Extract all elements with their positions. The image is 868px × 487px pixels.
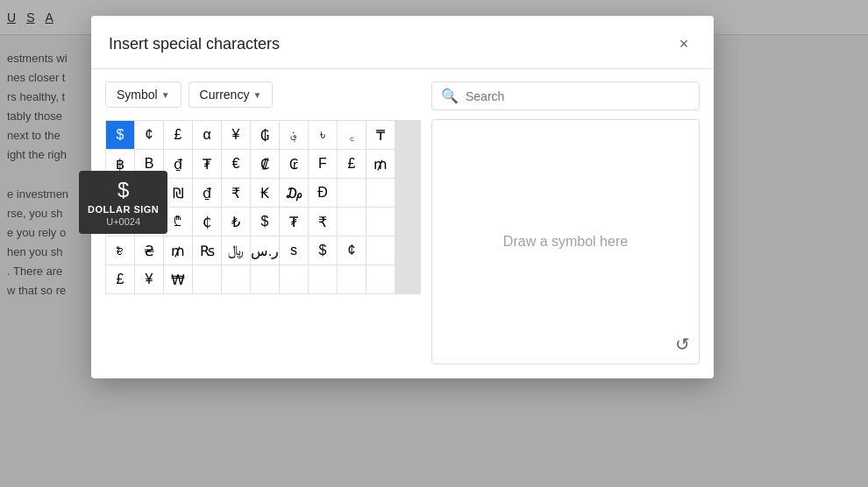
symbol-cell-dong3[interactable]: Đ [309,179,337,207]
symbol-cell-rupee3[interactable]: ₨ [193,236,221,265]
dropdowns-row: Symbol ▼ Currency ▼ [105,81,421,108]
symbol-cell-pound2[interactable]: £ [338,150,366,178]
symbol-cell-empty12[interactable] [366,265,395,293]
symbol-cell-baht[interactable]: ฿ [106,150,134,178]
currency-dropdown-arrow: ▼ [253,90,261,100]
search-input[interactable] [466,89,690,103]
symbol-cell-empty10[interactable] [309,265,337,293]
symbol-cell-inr[interactable]: ₹ [222,179,250,207]
dialog-header: Insert special characters × [91,16,714,69]
symbol-cell-dong[interactable]: ₫ [164,150,192,178]
symbol-cell-dong2[interactable]: ₫ [193,179,221,207]
symbol-cell-shekel[interactable]: ₪ [164,179,192,207]
close-button[interactable]: × [672,32,696,56]
symbol-cell-cruzeiro[interactable]: ₢ [280,150,308,178]
dialog-body: Symbol ▼ Currency ▼ $ ¢ £ α ¥ ₲ ؋ ৳ ꜀ [91,69,714,378]
symbol-cell-lari[interactable]: ₾ [164,208,192,236]
symbol-cell-empty6[interactable] [193,265,221,293]
symbol-cell-s[interactable]: s [280,236,308,265]
symbol-cell-kip[interactable]: ₭ [251,179,279,207]
symbol-cell-empty11[interactable] [338,265,366,293]
symbol-cell-yen[interactable]: ¥ [222,121,250,149]
symbol-cell-rupee[interactable]: Rs [106,179,134,207]
symbol-cell-empty5[interactable] [366,236,395,265]
symbol-dropdown[interactable]: Symbol ▼ [105,81,181,108]
left-panel: Symbol ▼ Currency ▼ $ ¢ £ α ¥ ₲ ؋ ৳ ꜀ [105,81,421,364]
symbol-cell-empty7[interactable] [222,265,250,293]
draw-area[interactable]: Draw a symbol here ↺ [431,119,700,364]
symbol-cell-drachma[interactable]: ₯ [280,179,308,207]
symbol-cell-empty4[interactable] [366,208,395,236]
dialog-title: Insert special characters [109,35,280,53]
symbol-cell-riyal[interactable]: ر.س [251,236,279,265]
symbol-cell-guarani[interactable]: ₲ [251,121,279,149]
symbol-cell-austral[interactable]: ₳ [135,208,163,236]
search-box: 🔍 [431,81,700,110]
symbol-cell-c1[interactable]: ꜀ [338,121,366,149]
symbol-cell-empty1[interactable] [338,179,366,207]
symbol-cell-dollar[interactable]: $ [106,121,134,149]
symbol-cell-won[interactable]: ₩ [135,179,163,207]
draw-placeholder: Draw a symbol here [503,234,628,250]
symbol-cell-empty3[interactable] [338,208,366,236]
symbol-cell-rial[interactable]: ﷼ [222,236,250,265]
currency-dropdown[interactable]: Currency ▼ [189,81,274,108]
symbol-cell-pound[interactable]: £ [164,121,192,149]
symbol-cell-taka[interactable]: ৳ [309,121,337,149]
symbol-cell-cent2[interactable]: ¢ [338,236,366,265]
symbol-cell-pound3[interactable]: £ [106,265,134,293]
symbol-dropdown-label: Symbol [117,88,158,102]
symbol-cell-empty9[interactable] [280,265,308,293]
symbol-cell-b[interactable]: B [135,150,163,178]
symbol-cell-dollar3[interactable]: $ [251,208,279,236]
symbol-dropdown-arrow: ▼ [161,90,170,100]
symbol-cell-mill2[interactable]: ₥ [164,236,192,265]
symbol-cell-empty8[interactable] [251,265,279,293]
symbol-cell-dollar4[interactable]: $ [309,236,337,265]
symbol-cell-cent[interactable]: ¢ [135,121,163,149]
symbol-cell-afghani[interactable]: ؋ [280,121,308,149]
symbol-cell-euro[interactable]: € [222,150,250,178]
symbol-grid: $ ¢ £ α ¥ ₲ ؋ ৳ ꜀ ₸ ฿ B ₫ ₮ € ₡ ₢ F £ ₥ [105,120,421,294]
insert-special-characters-dialog: Insert special characters × Symbol ▼ Cur… [91,16,714,378]
symbol-cell-won2[interactable]: ₩ [164,265,192,293]
search-icon: 🔍 [441,88,459,104]
symbol-cell-guarani2[interactable]: ₲ [106,208,134,236]
symbol-cell-yen2[interactable]: ¥ [135,265,163,293]
symbol-cell-empty2[interactable] [366,179,395,207]
symbol-cell-alpha[interactable]: α [193,121,221,149]
symbol-cell-cedi[interactable]: ₵ [193,208,221,236]
symbol-cell-lira[interactable]: ₺ [222,208,250,236]
symbol-cell-rupee2[interactable]: ₹ [309,208,337,236]
symbol-cell-tugrik[interactable]: ₮ [280,208,308,236]
reset-button[interactable]: ↺ [675,334,690,355]
symbol-cell-hryvnia[interactable]: ₴ [135,236,163,265]
symbol-cell-dollar2[interactable]: ₮ [193,150,221,178]
symbol-cell-tenge[interactable]: ₸ [366,121,395,149]
symbol-cell-mill[interactable]: ₥ [366,150,395,178]
symbol-cell-c2[interactable]: ₻ [106,236,134,265]
symbol-cell-colon[interactable]: ₡ [251,150,279,178]
right-panel: 🔍 Draw a symbol here ↺ [431,81,700,364]
symbol-cell-franc[interactable]: F [309,150,337,178]
currency-dropdown-label: Currency [200,88,250,102]
